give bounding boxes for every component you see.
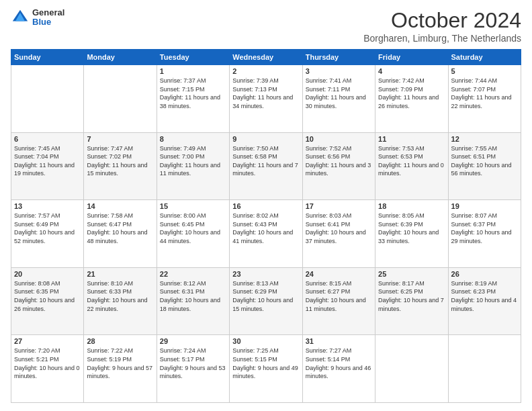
day-info: Sunrise: 8:08 AM Sunset: 6:35 PM Dayligh… <box>14 279 81 313</box>
day-number: 18 <box>378 202 445 210</box>
day-info: Sunrise: 7:24 AM Sunset: 5:17 PM Dayligh… <box>160 347 226 380</box>
cell-w3-d6: 18Sunrise: 8:05 AM Sunset: 6:39 PM Dayli… <box>375 200 448 268</box>
cell-w4-d1: 20Sunrise: 8:08 AM Sunset: 6:35 PM Dayli… <box>11 267 84 335</box>
cell-w4-d2: 21Sunrise: 8:10 AM Sunset: 6:33 PM Dayli… <box>84 267 157 335</box>
cell-w4-d6: 25Sunrise: 8:17 AM Sunset: 6:25 PM Dayli… <box>375 267 448 335</box>
col-monday: Monday <box>84 50 157 65</box>
cell-w5-d1: 27Sunrise: 7:20 AM Sunset: 5:21 PM Dayli… <box>11 335 84 403</box>
subtitle: Borgharen, Limburg, The Netherlands <box>363 33 521 44</box>
day-info: Sunrise: 7:41 AM Sunset: 7:11 PM Dayligh… <box>306 77 372 110</box>
day-number: 13 <box>14 202 81 210</box>
logo-icon <box>11 8 30 27</box>
logo: General Blue <box>11 8 64 28</box>
day-number: 6 <box>14 135 81 143</box>
day-number: 31 <box>306 337 372 345</box>
cell-w1-d1 <box>11 65 84 133</box>
day-info: Sunrise: 8:05 AM Sunset: 6:39 PM Dayligh… <box>378 212 445 245</box>
week-row-3: 13Sunrise: 7:57 AM Sunset: 6:49 PM Dayli… <box>11 200 521 268</box>
day-number: 1 <box>160 67 226 75</box>
cell-w2-d5: 10Sunrise: 7:52 AM Sunset: 6:56 PM Dayli… <box>302 132 375 200</box>
cell-w2-d7: 12Sunrise: 7:55 AM Sunset: 6:51 PM Dayli… <box>448 132 521 200</box>
day-number: 11 <box>378 135 445 143</box>
day-number: 9 <box>232 135 299 143</box>
day-number: 30 <box>232 337 299 345</box>
logo-general: General <box>32 8 64 17</box>
cell-w5-d2: 28Sunrise: 7:22 AM Sunset: 5:19 PM Dayli… <box>84 335 157 403</box>
cell-w3-d3: 15Sunrise: 8:00 AM Sunset: 6:45 PM Dayli… <box>157 200 229 268</box>
day-info: Sunrise: 7:49 AM Sunset: 7:00 PM Dayligh… <box>160 144 226 178</box>
week-row-5: 27Sunrise: 7:20 AM Sunset: 5:21 PM Dayli… <box>11 335 521 403</box>
week-row-4: 20Sunrise: 8:08 AM Sunset: 6:35 PM Dayli… <box>11 267 521 335</box>
cell-w5-d3: 29Sunrise: 7:24 AM Sunset: 5:17 PM Dayli… <box>157 335 229 403</box>
title-section: October 2024 Borgharen, Limburg, The Net… <box>363 8 521 44</box>
logo-blue: Blue <box>32 17 64 27</box>
cell-w4-d3: 22Sunrise: 8:12 AM Sunset: 6:31 PM Dayli… <box>157 267 229 335</box>
week-row-1: 1Sunrise: 7:37 AM Sunset: 7:15 PM Daylig… <box>11 65 521 133</box>
day-number: 24 <box>306 270 372 278</box>
logo-text: General Blue <box>32 8 64 28</box>
day-info: Sunrise: 7:22 AM Sunset: 5:19 PM Dayligh… <box>87 347 153 380</box>
day-info: Sunrise: 8:10 AM Sunset: 6:33 PM Dayligh… <box>87 279 153 313</box>
day-info: Sunrise: 8:15 AM Sunset: 6:27 PM Dayligh… <box>306 279 372 313</box>
page: General Blue October 2024 Borgharen, Lim… <box>0 0 532 411</box>
day-info: Sunrise: 7:27 AM Sunset: 5:14 PM Dayligh… <box>306 347 372 380</box>
day-number: 5 <box>451 67 518 75</box>
day-number: 28 <box>87 337 153 345</box>
cell-w3-d5: 17Sunrise: 8:03 AM Sunset: 6:41 PM Dayli… <box>302 200 375 268</box>
cell-w1-d3: 1Sunrise: 7:37 AM Sunset: 7:15 PM Daylig… <box>157 65 229 133</box>
cell-w5-d6 <box>375 335 448 403</box>
day-info: Sunrise: 8:07 AM Sunset: 6:37 PM Dayligh… <box>451 212 518 245</box>
day-info: Sunrise: 7:37 AM Sunset: 7:15 PM Dayligh… <box>160 77 226 110</box>
day-number: 17 <box>306 202 372 210</box>
day-number: 26 <box>451 270 518 278</box>
cell-w2-d1: 6Sunrise: 7:45 AM Sunset: 7:04 PM Daylig… <box>11 132 84 200</box>
day-info: Sunrise: 8:03 AM Sunset: 6:41 PM Dayligh… <box>306 212 372 245</box>
day-info: Sunrise: 7:47 AM Sunset: 7:02 PM Dayligh… <box>87 144 153 178</box>
day-info: Sunrise: 8:02 AM Sunset: 6:43 PM Dayligh… <box>232 212 299 245</box>
cell-w1-d2 <box>84 65 157 133</box>
day-number: 23 <box>232 270 299 278</box>
cell-w2-d4: 9Sunrise: 7:50 AM Sunset: 6:58 PM Daylig… <box>230 132 302 200</box>
day-info: Sunrise: 7:39 AM Sunset: 7:13 PM Dayligh… <box>232 77 299 110</box>
day-number: 2 <box>232 67 299 75</box>
day-info: Sunrise: 7:52 AM Sunset: 6:56 PM Dayligh… <box>306 144 372 178</box>
day-number: 7 <box>87 135 153 143</box>
day-info: Sunrise: 8:12 AM Sunset: 6:31 PM Dayligh… <box>160 279 226 313</box>
cell-w3-d7: 19Sunrise: 8:07 AM Sunset: 6:37 PM Dayli… <box>448 200 521 268</box>
day-info: Sunrise: 7:57 AM Sunset: 6:49 PM Dayligh… <box>14 212 81 245</box>
day-number: 21 <box>87 270 153 278</box>
day-number: 4 <box>378 67 445 75</box>
day-number: 22 <box>160 270 226 278</box>
cell-w4-d4: 23Sunrise: 8:13 AM Sunset: 6:29 PM Dayli… <box>230 267 302 335</box>
main-title: October 2024 <box>363 8 521 33</box>
day-info: Sunrise: 8:19 AM Sunset: 6:23 PM Dayligh… <box>451 279 518 313</box>
cell-w3-d2: 14Sunrise: 7:58 AM Sunset: 6:47 PM Dayli… <box>84 200 157 268</box>
day-number: 14 <box>87 202 153 210</box>
day-info: Sunrise: 8:13 AM Sunset: 6:29 PM Dayligh… <box>232 279 299 313</box>
week-row-2: 6Sunrise: 7:45 AM Sunset: 7:04 PM Daylig… <box>11 132 521 200</box>
cell-w4-d5: 24Sunrise: 8:15 AM Sunset: 6:27 PM Dayli… <box>302 267 375 335</box>
day-number: 25 <box>378 270 445 278</box>
header: General Blue October 2024 Borgharen, Lim… <box>11 8 521 44</box>
day-number: 27 <box>14 337 81 345</box>
day-info: Sunrise: 7:42 AM Sunset: 7:09 PM Dayligh… <box>378 77 445 110</box>
day-number: 16 <box>232 202 299 210</box>
day-info: Sunrise: 7:45 AM Sunset: 7:04 PM Dayligh… <box>14 144 81 178</box>
col-tuesday: Tuesday <box>157 50 229 65</box>
col-thursday: Thursday <box>302 50 375 65</box>
day-info: Sunrise: 7:44 AM Sunset: 7:07 PM Dayligh… <box>451 77 518 110</box>
day-info: Sunrise: 7:50 AM Sunset: 6:58 PM Dayligh… <box>232 144 299 178</box>
day-number: 12 <box>451 135 518 143</box>
col-saturday: Saturday <box>448 50 521 65</box>
day-info: Sunrise: 7:20 AM Sunset: 5:21 PM Dayligh… <box>14 347 81 380</box>
day-info: Sunrise: 7:53 AM Sunset: 6:53 PM Dayligh… <box>378 144 445 178</box>
day-info: Sunrise: 7:58 AM Sunset: 6:47 PM Dayligh… <box>87 212 153 245</box>
cell-w5-d5: 31Sunrise: 7:27 AM Sunset: 5:14 PM Dayli… <box>302 335 375 403</box>
day-number: 20 <box>14 270 81 278</box>
cell-w2-d6: 11Sunrise: 7:53 AM Sunset: 6:53 PM Dayli… <box>375 132 448 200</box>
cell-w2-d2: 7Sunrise: 7:47 AM Sunset: 7:02 PM Daylig… <box>84 132 157 200</box>
cell-w1-d7: 5Sunrise: 7:44 AM Sunset: 7:07 PM Daylig… <box>448 65 521 133</box>
day-number: 29 <box>160 337 226 345</box>
cell-w1-d5: 3Sunrise: 7:41 AM Sunset: 7:11 PM Daylig… <box>302 65 375 133</box>
cell-w2-d3: 8Sunrise: 7:49 AM Sunset: 7:00 PM Daylig… <box>157 132 229 200</box>
